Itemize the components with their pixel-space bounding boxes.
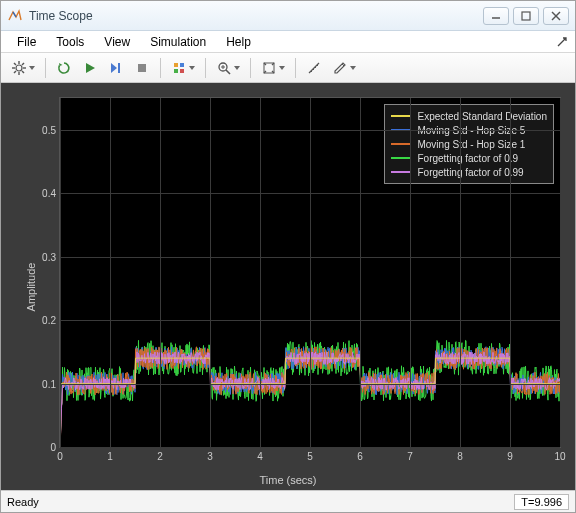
stop-icon (135, 61, 149, 75)
highlight-button[interactable] (167, 57, 199, 79)
annotate-button[interactable] (328, 57, 360, 79)
titlebar: Time Scope (1, 1, 575, 31)
x-tick-label: 1 (107, 451, 113, 462)
svg-line-11 (22, 63, 24, 65)
dock-icon[interactable] (555, 35, 569, 49)
x-tick-label: 9 (507, 451, 513, 462)
svg-point-4 (16, 65, 22, 71)
svg-line-9 (14, 63, 16, 65)
y-tick-label: 0.3 (26, 251, 56, 262)
legend-item: Expected Standard Deviation (391, 109, 547, 123)
svg-line-12 (14, 71, 16, 73)
x-tick-label: 2 (157, 451, 163, 462)
run-button[interactable] (78, 57, 102, 79)
y-tick-label: 0.2 (26, 315, 56, 326)
x-tick-label: 7 (407, 451, 413, 462)
legend-item: Forgetting factor of 0.9 (391, 151, 547, 165)
menu-tools[interactable]: Tools (46, 33, 94, 51)
stop-button[interactable] (130, 57, 154, 79)
menu-view[interactable]: View (94, 33, 140, 51)
step-icon (109, 61, 123, 75)
minimize-button[interactable] (483, 7, 509, 25)
x-tick-label: 5 (307, 451, 313, 462)
status-time: T=9.996 (514, 494, 569, 510)
menu-file[interactable]: File (7, 33, 46, 51)
gear-icon (12, 61, 26, 75)
zoom-button[interactable] (212, 57, 244, 79)
measure-icon (307, 61, 321, 75)
window-buttons (483, 7, 569, 25)
svg-rect-17 (174, 69, 178, 73)
y-axis-label: Amplitude (25, 262, 37, 311)
x-tick-label: 10 (554, 451, 565, 462)
plot-area[interactable]: Expected Standard Deviation Moving Std -… (59, 97, 561, 448)
svg-rect-15 (174, 63, 178, 67)
step-button[interactable] (104, 57, 128, 79)
x-tick-label: 3 (207, 451, 213, 462)
x-tick-label: 4 (257, 451, 263, 462)
maximize-button[interactable] (513, 7, 539, 25)
close-button[interactable] (543, 7, 569, 25)
measure-button[interactable] (302, 57, 326, 79)
svg-line-20 (226, 70, 230, 74)
y-tick-label: 0 (26, 442, 56, 453)
svg-rect-1 (522, 12, 530, 20)
x-axis-label: Time (secs) (1, 474, 575, 486)
menubar: File Tools View Simulation Help (1, 31, 575, 53)
menu-help[interactable]: Help (216, 33, 261, 51)
restart-button[interactable] (52, 57, 76, 79)
y-tick-label: 0.5 (26, 124, 56, 135)
config-button[interactable] (7, 57, 39, 79)
toolbar (1, 53, 575, 83)
x-tick-label: 8 (457, 451, 463, 462)
play-icon (83, 61, 97, 75)
x-tick-label: 0 (57, 451, 63, 462)
zoom-icon (217, 61, 231, 75)
pencil-icon (333, 61, 347, 75)
window-title: Time Scope (29, 9, 483, 23)
highlight-icon (172, 61, 186, 75)
autoscale-button[interactable] (257, 57, 289, 79)
status-ready: Ready (7, 496, 514, 508)
statusbar: Ready T=9.996 (1, 490, 575, 512)
plot-panel: Amplitude Time (secs) Expected Standard … (1, 83, 575, 490)
svg-line-10 (22, 71, 24, 73)
svg-rect-18 (180, 69, 184, 73)
menu-simulation[interactable]: Simulation (140, 33, 216, 51)
y-tick-label: 0.4 (26, 188, 56, 199)
matlab-icon (7, 8, 23, 24)
legend-item: Forgetting factor of 0.99 (391, 165, 547, 179)
x-tick-label: 6 (357, 451, 363, 462)
svg-rect-16 (180, 63, 184, 67)
svg-rect-13 (118, 63, 120, 73)
svg-rect-14 (138, 64, 146, 72)
legend-item: Moving Std - Hop Size 1 (391, 137, 547, 151)
restart-icon (57, 61, 71, 75)
y-tick-label: 0.1 (26, 378, 56, 389)
autoscale-icon (262, 61, 276, 75)
